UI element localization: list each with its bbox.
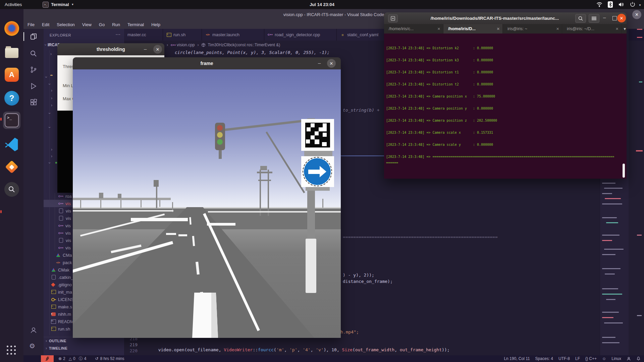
extensions-icon[interactable] <box>30 99 37 106</box>
red-light <box>217 125 223 131</box>
tree-chevron[interactable]: › <box>50 52 52 56</box>
cpp-file-icon <box>58 231 63 235</box>
minimize-icon[interactable]: – <box>144 46 147 52</box>
draw-app-icon[interactable] <box>3 158 20 176</box>
video-icon <box>51 312 56 316</box>
firefox-icon[interactable] <box>3 20 20 37</box>
tab-master-cc[interactable]: master.cc <box>124 29 163 41</box>
menu-edit[interactable]: Edit <box>42 22 49 27</box>
close-tab-icon[interactable]: ✕ <box>556 27 559 31</box>
gantry-support <box>141 200 142 207</box>
tab-master-launch[interactable]: master.launch <box>202 29 264 41</box>
time-tracker[interactable]: ↺8 hrs 52 mins <box>95 356 124 361</box>
person-icon[interactable] <box>627 357 631 361</box>
terminal-tab[interactable]: /home/iris/c...✕ <box>384 24 443 34</box>
settings-gear-icon[interactable]: ⚙ <box>29 342 35 350</box>
bluetooth-icon[interactable] <box>608 1 613 8</box>
overview-ruler-mark <box>637 315 642 316</box>
tab-road-sign-detector[interactable]: road_sign_detector.cpp <box>264 29 337 41</box>
volume-icon[interactable] <box>619 2 624 7</box>
tree-chevron[interactable]: › <box>51 96 52 101</box>
close-tab-icon[interactable]: ✕ <box>437 27 440 31</box>
terminal-tab[interactable]: iris@iris: ~✕ <box>503 24 562 34</box>
clock[interactable]: Jul 14 23:04 <box>0 2 644 7</box>
vscode-close-button[interactable]: ✕ <box>632 10 641 19</box>
os-label[interactable]: Linux <box>611 356 621 361</box>
terminal-minimize-icon[interactable]: – <box>603 14 606 20</box>
tree-chevron[interactable]: › <box>51 103 52 108</box>
terminal-scrollbar[interactable] <box>623 164 625 178</box>
menu-run[interactable]: Run <box>112 22 120 27</box>
terminal-tab-active[interactable]: /home/iris/D...✕ <box>443 24 503 34</box>
line-number: 219 <box>128 342 138 347</box>
menu-view[interactable]: View <box>82 22 92 27</box>
close-tab-icon[interactable]: ✕ <box>615 27 619 31</box>
breadcrumb-file[interactable]: vision.cpp <box>177 43 195 47</box>
magnifier-app-icon[interactable] <box>3 181 20 198</box>
terminal-window[interactable]: /home/iris/Downloads/IRCAR-ITS-master/sr… <box>384 12 627 179</box>
menu-file[interactable]: File <box>28 22 35 27</box>
terminal-close-icon[interactable]: ✕ <box>617 14 626 22</box>
explorer-more-icon[interactable]: ⋯ <box>115 32 120 38</box>
problems-indicator[interactable]: ⊗2 △0 ⓘ4 <box>58 356 86 362</box>
source-control-icon[interactable] <box>30 66 37 73</box>
arrow-shaft <box>308 170 320 174</box>
tree-chevron[interactable]: › <box>47 162 52 164</box>
close-icon[interactable]: ✕ <box>327 59 336 68</box>
thresholding-titlebar[interactable]: thresholding – ✕ <box>57 43 164 55</box>
tree-chevron[interactable]: › <box>47 83 52 85</box>
eol[interactable]: LF <box>575 356 580 361</box>
menu-terminal[interactable]: Terminal <box>127 22 144 27</box>
ubuntu-software-icon[interactable]: A <box>3 66 20 83</box>
frame-titlebar[interactable]: frame – ✕ <box>73 57 341 69</box>
terminal-maximize-icon[interactable] <box>612 16 617 20</box>
wifi-icon[interactable] <box>596 2 602 7</box>
terminal-titlebar[interactable]: /home/iris/Downloads/IRCAR-ITS-master/sr… <box>384 12 627 24</box>
remote-indicator[interactable] <box>41 355 54 362</box>
files-icon[interactable] <box>3 44 20 62</box>
tree-chevron[interactable]: › <box>51 147 52 152</box>
tree-chevron[interactable]: › <box>47 127 52 128</box>
language-mode[interactable]: {} C++ <box>585 356 597 361</box>
menu-selection[interactable]: Selection <box>57 22 74 27</box>
tree-chevron[interactable]: › <box>44 76 49 78</box>
explorer-icon[interactable] <box>30 33 37 40</box>
tree-chevron[interactable]: › <box>51 154 52 159</box>
help-icon[interactable]: ? <box>3 89 20 107</box>
frame-window[interactable]: frame – ✕ <box>73 57 341 338</box>
terminal-dock-icon[interactable]: >_ <box>3 112 20 129</box>
power-icon[interactable] <box>630 2 635 7</box>
indentation[interactable]: Spaces: 4 <box>535 356 553 361</box>
show-applications-icon[interactable] <box>7 346 17 356</box>
terminal-body[interactable]: [2023-7-14 23:3:48] => Distortion k2 : 0… <box>384 34 627 179</box>
cursor-position[interactable]: Ln 190, Col 11 <box>504 356 530 361</box>
search-icon[interactable] <box>30 50 37 57</box>
pole-base <box>306 239 316 293</box>
menu-go[interactable]: Go <box>99 22 105 27</box>
blue-arrow-sign <box>301 156 334 187</box>
breadcrumb-symbol[interactable]: Tim30HzCllbck(const ros::TimerEvent &) <box>208 43 280 47</box>
tab-run-sh[interactable]: run.sh <box>163 29 202 41</box>
close-tab-icon[interactable]: ✕ <box>497 27 500 31</box>
terminal-menu-icon[interactable] <box>589 14 599 23</box>
cpp-file-icon <box>268 33 273 37</box>
key-icon <box>51 297 56 302</box>
close-icon[interactable]: ✕ <box>153 45 162 54</box>
notifications-bell-icon[interactable] <box>636 356 641 361</box>
account-icon[interactable] <box>30 326 37 334</box>
outline-section[interactable]: ›OUTLINE <box>46 338 66 344</box>
encoding[interactable]: UTF-8 <box>558 356 570 361</box>
tree-chevron[interactable]: › <box>47 113 52 114</box>
tab-list-caret-icon[interactable]: ▼ <box>623 27 627 31</box>
timeline-section[interactable]: ›TIMELINE <box>46 345 67 352</box>
tree-chevron[interactable]: › <box>51 88 52 93</box>
minimize-icon[interactable]: – <box>318 60 321 66</box>
terminal-search-icon[interactable] <box>575 14 586 23</box>
code-fragment: to_string(b) + <box>343 108 380 113</box>
terminal-tab[interactable]: iris@iris: ~/D...✕ <box>562 24 622 34</box>
feedback-smiley-icon[interactable]: ☺ <box>602 356 606 361</box>
vscode-dock-icon[interactable] <box>3 136 20 153</box>
menu-help[interactable]: Help <box>151 22 160 27</box>
new-tab-icon[interactable] <box>388 14 398 22</box>
run-debug-icon[interactable] <box>30 82 37 90</box>
